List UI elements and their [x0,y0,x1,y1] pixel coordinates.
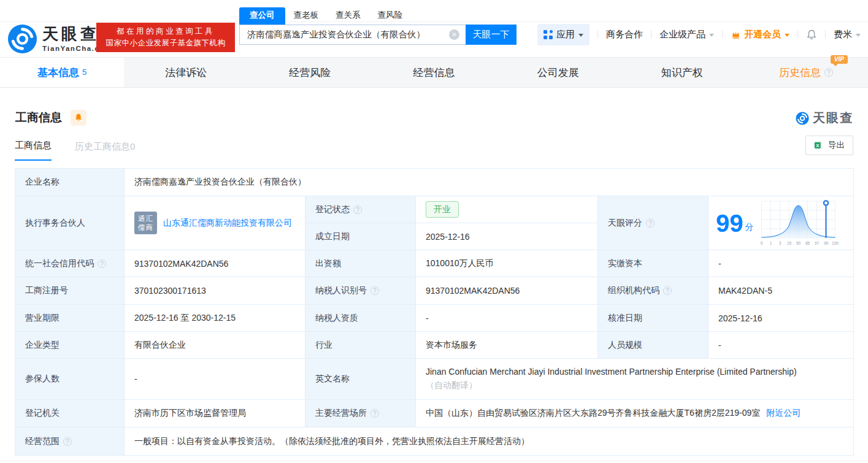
help-icon[interactable] [663,286,672,295]
capital-label: 出资额 [305,250,416,277]
score-value-cell: 99 分 [709,196,853,250]
paid-capital-value: - [709,250,853,277]
divider [722,30,723,39]
reg-authority-label: 登记机关 [15,400,125,427]
menu-enterprise-products[interactable]: 企业级产品 [659,29,714,40]
divider [651,30,651,39]
paid-capital-label: 实缴资本 [598,250,709,277]
chevron-down-icon [578,34,583,37]
industry-label: 行业 [305,332,416,359]
search-tab-company[interactable]: 查公司 [239,7,285,25]
promo-line2: 国家中小企业发展子基金旗下机构 [96,37,235,49]
svg-text:0: 0 [760,241,762,245]
auto-translate-note: （自动翻译） [426,379,477,392]
search-tabs: 查公司 查老板 查关系 查风险 [239,10,517,25]
reg-status-value: 开业 [416,196,598,223]
capital-value: 1010010万人民币 [416,250,598,277]
svg-text:85: 85 [805,241,810,245]
apps-label: 应用 [556,29,575,40]
search-module: 查公司 查老板 查关系 查风险 ✕ 天眼一下 [239,10,517,45]
svg-text:1: 1 [769,241,772,245]
search-tab-relation[interactable]: 查关系 [327,10,369,25]
info-table: 企业名称 济南儒商嘉逸产业投资合伙企业（有限合伙） 执行事务合伙人 通汇 儒商 … [15,168,854,456]
help-icon[interactable] [371,286,379,295]
divider [797,30,798,39]
export-button[interactable]: X 导出 [805,136,853,155]
insured-count-label: 参保人数 [15,359,125,400]
score-label: 天眼评分 [598,196,709,250]
reg-status-label: 登记状态 [305,196,416,223]
tianyancha-logo-icon [796,112,809,125]
section-title: 工商信息 [15,110,62,126]
nav-tab-basic-info[interactable]: 基本信息 5 [0,58,124,87]
clear-icon[interactable]: ✕ [449,29,459,40]
header-menu: 应用 商务合作 企业级产品 开通会员 [537,23,861,46]
section-divider [0,461,868,461]
bell-icon [74,113,83,122]
industry-value: 资本市场服务 [416,332,598,359]
score-value: 99 [716,211,743,235]
vip-badge: VIP [831,55,848,64]
notification-button[interactable] [806,29,817,40]
org-code-value: MAK42DAN-5 [709,277,853,305]
search-tab-risk[interactable]: 查风险 [369,10,412,25]
search-button[interactable]: 天眼一下 [466,25,517,45]
executive-partner-label: 执行事务合伙人 [15,196,125,250]
tab-count-badge: 5 [82,67,86,77]
nav-tab-legal[interactable]: 法律诉讼 [124,58,248,87]
help-icon[interactable] [353,205,362,214]
svg-text:97: 97 [814,241,819,245]
business-term-label: 营业期限 [15,305,125,332]
monitor-bell-button[interactable] [71,110,86,126]
credit-code-value: 91370102MAK42DAN56 [125,250,305,277]
org-code-label: 组织机构代码 [598,277,709,305]
reg-number-value: 370102300171613 [125,277,305,305]
apps-grid-icon [543,30,553,39]
promo-line1: 都在用的商业查询工具 [96,26,235,37]
establish-date-value: 2025-12-16 [416,223,598,250]
help-icon[interactable] [646,219,655,228]
nearby-companies-link[interactable]: 附近公司 [766,408,801,419]
taxpayer-quality-label: 纳税人资质 [305,305,416,332]
subtab-business-info[interactable]: 工商信息 [15,140,52,161]
help-icon[interactable] [63,437,72,446]
subtab-history-business-info[interactable]: 历史工商信息0 [75,141,135,161]
company-type-value: 有限合伙企业 [125,332,305,359]
search-tab-boss[interactable]: 查老板 [285,10,328,25]
company-name-label: 企业名称 [15,169,125,196]
user-name: 费米 [834,29,852,40]
executive-partner-value: 通汇 儒商 山东通汇儒商新动能投资有限公司 [125,196,305,250]
score-unit: 分 [745,222,754,233]
company-name-value: 济南儒商嘉逸产业投资合伙企业（有限合伙） [125,169,853,196]
insured-count-value: - [125,359,305,400]
help-icon[interactable] [371,409,379,418]
nav-tab-operation-risk[interactable]: 经营风险 [248,58,372,87]
company-type-label: 企业类型 [15,332,125,359]
help-icon[interactable] [824,68,833,77]
menu-business-cooperation[interactable]: 商务合作 [606,29,643,40]
business-term-value: 2025-12-16 至 2030-12-15 [125,305,305,332]
svg-text:99: 99 [823,241,828,245]
help-icon[interactable] [98,259,106,268]
taxpayer-id-value: 91370102MAK42DAN56 [416,277,598,305]
nav-tab-intellectual-property[interactable]: 知识产权 [620,58,744,87]
taxpayer-quality-value: - [416,305,598,332]
apps-button[interactable]: 应用 [537,24,590,45]
chevron-down-icon [709,34,714,37]
nav-tab-operation-info[interactable]: 经营信息 [372,58,496,87]
nav-tab-history-info[interactable]: 历史信息 VIP [744,58,868,87]
user-menu[interactable]: 费米 [834,29,861,40]
nav-tab-company-development[interactable]: 公司发展 [496,58,620,87]
english-name-value: Jinan Confucian Merchant Jiayi Industria… [416,359,853,400]
partner-company-link[interactable]: 山东通汇儒商新动能投资有限公司 [163,216,293,230]
watermark-logo: 天眼查 [796,110,853,126]
vip-label: 开通会员 [744,29,781,40]
chevron-down-icon [856,34,861,37]
taxpayer-id-label: 纳税人识别号 [305,277,416,305]
site-header: 天眼查 TianYanCha.com 都在用的商业查询工具 国家中小企业发展子基… [0,0,868,57]
partner-company-logo: 通汇 儒商 [134,212,157,234]
search-input[interactable] [239,25,466,45]
vip-button[interactable]: 开通会员 [731,29,789,40]
business-address-value: 中国（山东）自由贸易试验区济南片区大东路29号齐鲁科技金融大厦T6裙房2层219… [416,400,853,427]
credit-code-label: 统一社会信用代码 [15,250,125,277]
